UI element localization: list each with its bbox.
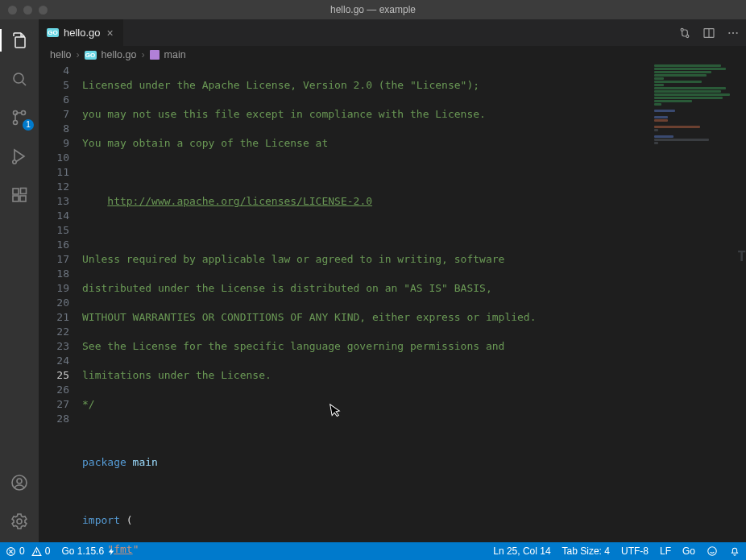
close-tab-icon[interactable]: × [106,27,115,39]
code-content[interactable]: Licensed under the Apache License, Versi… [82,64,651,542]
svg-point-3 [14,121,18,125]
breadcrumb-file[interactable]: hello.go [102,49,137,60]
svg-point-1 [14,73,23,83]
settings-gear-icon[interactable] [0,505,39,537]
tab-hello-go[interactable]: GO hello.go × [39,19,124,46]
tab-label: hello.go [64,27,101,39]
status-problems[interactable]: 0 0 [0,542,56,560]
svg-point-14 [686,35,689,37]
status-language[interactable]: Go [677,542,701,560]
svg-point-11 [17,479,22,483]
svg-rect-0 [15,37,25,48]
status-bell-icon[interactable] [723,542,746,560]
minimap[interactable]: T [651,64,746,542]
error-icon [6,546,16,557]
line-number-gutter: 4567891011121314151617181920212223242526… [39,64,82,542]
svg-point-5 [13,160,16,164]
activity-bar: 1 [0,19,39,542]
go-file-icon: GO [85,51,97,60]
warning-icon [31,546,42,557]
explorer-icon[interactable] [0,24,39,56]
split-editor-icon[interactable] [702,27,715,39]
extensions-icon[interactable] [0,179,39,211]
breadcrumb[interactable]: hello › GO hello.go › main [39,46,746,64]
more-actions-icon[interactable] [727,27,740,39]
go-file-icon: GO [47,28,59,37]
svg-point-18 [736,31,738,33]
tab-bar: GO hello.go × [39,19,746,46]
chevron-right-icon: › [76,49,79,60]
symbol-icon [150,50,160,60]
scm-badge: 1 [23,119,34,131]
titlebar: hello.go — example [0,0,746,19]
status-eol[interactable]: LF [654,542,677,560]
svg-rect-8 [20,196,26,201]
accounts-icon[interactable] [0,467,39,499]
svg-point-17 [732,31,734,33]
svg-rect-6 [13,189,19,194]
search-icon[interactable] [0,63,39,95]
svg-point-2 [22,111,26,115]
svg-point-13 [681,28,683,31]
svg-rect-7 [13,196,19,201]
svg-point-20 [708,547,717,556]
window-title: hello.go — example [0,4,746,15]
svg-rect-9 [21,189,27,194]
breadcrumb-folder[interactable]: hello [50,49,71,60]
breadcrumb-symbol[interactable]: main [164,49,186,60]
svg-point-12 [17,519,22,524]
status-feedback-icon[interactable] [701,542,723,560]
code-editor[interactable]: 4567891011121314151617181920212223242526… [39,64,746,542]
source-control-icon[interactable]: 1 [0,102,39,134]
compare-changes-icon[interactable] [678,27,691,39]
chevron-right-icon: › [141,49,144,60]
svg-point-16 [728,31,730,33]
run-debug-icon[interactable] [0,140,39,172]
